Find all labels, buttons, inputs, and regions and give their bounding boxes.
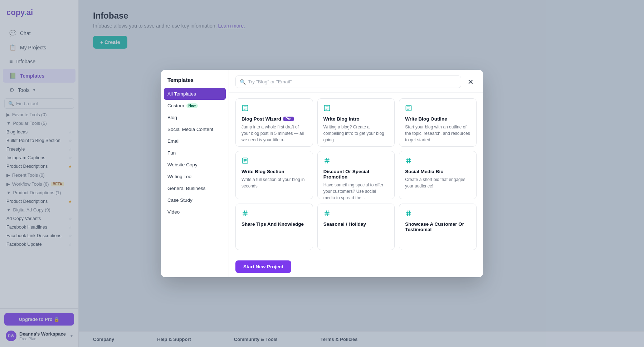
modal-nav-all-templates[interactable]: All Templates xyxy=(164,88,226,100)
start-project-button[interactable]: Start New Project xyxy=(235,260,291,273)
template-list-icon xyxy=(241,104,307,113)
modal-footer: Start New Project xyxy=(229,256,483,277)
svg-line-34 xyxy=(408,211,408,216)
modal-nav-blog[interactable]: Blog xyxy=(161,112,229,123)
template-card-blog-post-wizard[interactable]: Blog Post Wizard Pro Jump into a whole f… xyxy=(235,98,313,147)
card-title-row: Seasonal / Holiday xyxy=(323,221,389,227)
svg-line-23 xyxy=(409,158,410,163)
hash-icon xyxy=(241,210,307,219)
modal-content: 🔍 ✕ xyxy=(229,70,483,277)
new-badge: New xyxy=(186,103,198,108)
card-title-row: Discount Or Special Promotion xyxy=(323,169,389,180)
modal-nav-website-copy[interactable]: Website Copy xyxy=(161,159,229,171)
modal-nav-video[interactable]: Video xyxy=(161,206,229,218)
modal-nav-writing-tool[interactable]: Writing Tool xyxy=(161,171,229,182)
modal-header: 🔍 ✕ xyxy=(229,70,483,93)
modal-sidebar: Templates All Templates Custom New Blog … xyxy=(161,70,229,277)
card-title-row: Social Media Bio xyxy=(405,169,470,174)
template-card-write-blog-outline[interactable]: Write Blog Outline Start your blog with … xyxy=(399,98,477,147)
card-title-row: Write Blog Section xyxy=(241,169,307,174)
template-card-share-tips[interactable]: Share Tips And Knowledge xyxy=(235,204,313,250)
template-list-icon xyxy=(241,157,307,166)
modal-nav-social-media[interactable]: Social Media Content xyxy=(161,123,229,135)
svg-line-26 xyxy=(244,211,245,216)
hash-icon xyxy=(405,157,470,166)
template-search-wrapper: 🔍 xyxy=(235,75,461,88)
modal-nav-fun[interactable]: Fun xyxy=(161,147,229,159)
modal-nav-email[interactable]: Email xyxy=(161,135,229,147)
svg-line-31 xyxy=(327,211,328,216)
card-title-row: Write Blog Outline xyxy=(405,116,470,122)
search-icon: 🔍 xyxy=(240,79,246,85)
card-title-row: Showcase A Customer Or Testimonial xyxy=(405,221,470,232)
modal-nav-general-business[interactable]: General Business xyxy=(161,182,229,194)
svg-line-27 xyxy=(246,211,247,216)
template-card-social-media-bio[interactable]: Social Media Bio Create a short bio that… xyxy=(399,151,477,199)
template-card-discount-promotion[interactable]: Discount Or Special Promotion Have somet… xyxy=(317,151,395,199)
modal-overlay[interactable]: Templates All Templates Custom New Blog … xyxy=(0,0,644,347)
svg-line-30 xyxy=(326,211,326,216)
card-title-row: Write Blog Intro xyxy=(323,116,389,122)
modal-title: Templates xyxy=(161,77,229,88)
svg-line-19 xyxy=(327,158,328,163)
svg-line-35 xyxy=(409,211,410,216)
hash-icon xyxy=(405,210,470,219)
modal-close-button[interactable]: ✕ xyxy=(465,76,477,88)
template-search-input[interactable] xyxy=(235,75,461,88)
template-card-write-blog-intro[interactable]: Write Blog Intro Writing a blog? Create … xyxy=(317,98,395,147)
card-title-row: Share Tips And Knowledge xyxy=(241,221,307,227)
modal-inner: Templates All Templates Custom New Blog … xyxy=(161,70,483,277)
card-title-row: Blog Post Wizard Pro xyxy=(241,116,307,122)
hash-icon xyxy=(323,157,389,166)
template-card-showcase-customer[interactable]: Showcase A Customer Or Testimonial xyxy=(399,204,477,250)
template-card-write-blog-section[interactable]: Write Blog Section Write a full section … xyxy=(235,151,313,199)
template-grid: Blog Post Wizard Pro Jump into a whole f… xyxy=(229,93,483,256)
svg-line-22 xyxy=(408,158,408,163)
modal-nav-custom[interactable]: Custom New xyxy=(161,100,229,112)
templates-modal: Templates All Templates Custom New Blog … xyxy=(161,70,483,277)
svg-line-18 xyxy=(326,158,326,163)
hash-icon xyxy=(323,210,389,219)
pro-badge: Pro xyxy=(283,117,294,121)
modal-nav-case-study[interactable]: Case Study xyxy=(161,194,229,206)
template-card-seasonal-holiday[interactable]: Seasonal / Holiday xyxy=(317,204,395,250)
template-list-icon xyxy=(405,104,470,113)
template-list-icon xyxy=(323,104,389,113)
